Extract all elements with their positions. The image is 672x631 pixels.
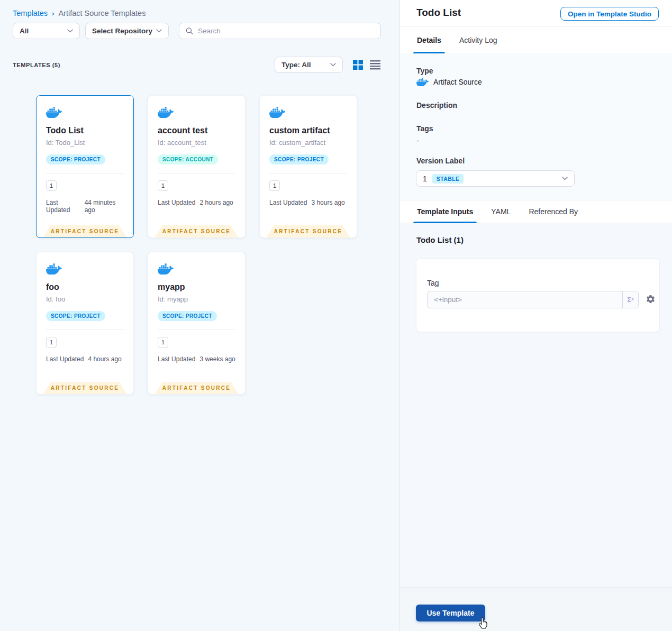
breadcrumb-templates-link[interactable]: Templates (13, 9, 48, 17)
artifact-source-ribbon: ARTIFACT SOURCE (155, 225, 239, 237)
inputs-section-title: Todo List (1) (416, 235, 464, 244)
template-card[interactable]: account test Id: account_test SCOPE: ACC… (148, 95, 246, 238)
version-count-chip: 1 (158, 180, 168, 191)
tab-yaml[interactable]: YAML (491, 200, 511, 223)
search-field[interactable] (179, 23, 381, 39)
tag-settings-button[interactable] (646, 294, 656, 304)
panel-tabbar: Details Activity Log (400, 26, 672, 53)
template-card-id: Id: foo (46, 295, 124, 303)
docker-whale-icon (46, 106, 62, 118)
card-divider (46, 330, 124, 330)
details-section: Type Artifact Source Description Tags - … (400, 54, 672, 200)
tag-input-field[interactable]: <+input> Σˣ (427, 291, 639, 308)
inputs-card: Tag <+input> Σˣ (416, 258, 660, 332)
list-view-icon (370, 60, 380, 70)
template-card-title: account test (158, 126, 235, 135)
template-card-id: Id: custom_artifact (269, 139, 347, 147)
scope-badge: SCOPE: PROJECT (158, 311, 217, 321)
card-divider (158, 173, 235, 173)
tag-label: Tag (427, 279, 439, 287)
template-card-title: custom artifact (269, 126, 347, 135)
version-count-chip: 1 (158, 337, 168, 347)
template-card[interactable]: Todo List Id: Todo_List SCOPE: PROJECT 1… (36, 95, 134, 238)
docker-whale-icon (46, 263, 62, 275)
tab-referenced-by[interactable]: Referenced By (528, 200, 578, 223)
scope-badge: SCOPE: ACCOUNT (158, 154, 218, 164)
panel-title: Todo List (416, 7, 461, 19)
scope-filter-dropdown[interactable]: All (13, 23, 80, 39)
panel-footer: Use Template (400, 587, 672, 631)
tags-value: - (416, 136, 419, 145)
artifact-source-ribbon: ARTIFACT SOURCE (43, 225, 127, 237)
scope-badge: SCOPE: PROJECT (269, 154, 329, 164)
template-card-title: foo (46, 282, 124, 292)
last-updated: Last Updated 44 minutes ago (46, 199, 124, 214)
template-card-title: Todo List (46, 126, 124, 135)
template-details-panel: Todo List Open in Template Studio Detail… (399, 0, 672, 631)
artifact-source-ribbon: ARTIFACT SOURCE (43, 382, 127, 394)
chevron-down-icon (156, 29, 162, 33)
version-select-dropdown[interactable]: 1 STABLE (416, 170, 575, 187)
type-value: Artifact Source (433, 78, 482, 86)
breadcrumb: Templates › Artifact Source Templates (13, 9, 146, 17)
artifact-source-ribbon: ARTIFACT SOURCE (267, 225, 350, 237)
repository-filter-value: Select Repository (92, 27, 152, 35)
template-card[interactable]: foo Id: foo SCOPE: PROJECT 1 Last Update… (36, 252, 134, 395)
scope-badge: SCOPE: PROJECT (46, 311, 105, 321)
template-card-id: Id: account_test (158, 139, 235, 147)
open-in-template-studio-button[interactable]: Open in Template Studio (560, 7, 659, 21)
last-updated-label: Last Updated (158, 199, 195, 206)
search-icon (186, 27, 193, 35)
docker-whale-icon (416, 77, 429, 86)
tags-label: Tags (416, 124, 433, 133)
version-label: Version Label (416, 157, 465, 165)
chevron-down-icon (67, 29, 73, 33)
tag-input-value: <+input> (428, 291, 622, 308)
grid-view-button[interactable] (353, 60, 363, 72)
template-card-title: myapp (158, 282, 235, 292)
scope-badge: SCOPE: PROJECT (46, 154, 105, 164)
chevron-down-icon (330, 63, 336, 67)
last-updated-value: 3 weeks ago (199, 355, 235, 363)
type-filter-dropdown[interactable]: Type: All (275, 57, 343, 73)
last-updated-label: Last Updated (46, 199, 80, 214)
templates-list-panel: Templates › Artifact Source Templates Al… (0, 0, 399, 631)
tab-details[interactable]: Details (416, 27, 442, 53)
last-updated-label: Last Updated (46, 355, 84, 363)
last-updated-value: 44 minutes ago (85, 199, 124, 214)
templates-count-label: TEMPLATES (5) (13, 62, 60, 68)
last-updated-value: 4 hours ago (88, 355, 121, 363)
chevron-down-icon (562, 177, 568, 180)
template-card-id: Id: Todo_List (46, 139, 124, 147)
use-template-button[interactable]: Use Template (416, 605, 485, 621)
repository-filter-dropdown[interactable]: Select Repository (85, 23, 169, 39)
expression-icon[interactable]: Σˣ (622, 291, 638, 308)
type-value-row: Artifact Source (416, 77, 482, 86)
last-updated: Last Updated 4 hours ago (46, 355, 124, 363)
description-label: Description (416, 101, 457, 109)
gear-icon (646, 294, 656, 304)
type-filter-value: Type: All (281, 61, 311, 69)
grid-view-icon (353, 60, 363, 70)
last-updated: Last Updated 2 hours ago (158, 199, 235, 206)
last-updated-label: Last Updated (158, 355, 195, 363)
last-updated-label: Last Updated (269, 199, 307, 206)
card-divider (158, 330, 235, 330)
type-label: Type (416, 67, 433, 75)
last-updated: Last Updated 3 hours ago (269, 199, 347, 206)
tab-activity-log[interactable]: Activity Log (459, 27, 498, 53)
template-card[interactable]: myapp Id: myapp SCOPE: PROJECT 1 Last Up… (148, 252, 246, 395)
breadcrumb-current-page: Artifact Source Templates (58, 9, 146, 17)
artifact-source-ribbon: ARTIFACT SOURCE (155, 382, 239, 394)
list-view-button[interactable] (370, 60, 380, 72)
card-divider (269, 173, 347, 173)
docker-whale-icon (158, 263, 174, 275)
docker-whale-icon (269, 106, 285, 118)
breadcrumb-separator-icon: › (52, 10, 54, 17)
search-input[interactable] (198, 27, 374, 35)
last-updated-value: 2 hours ago (199, 199, 233, 206)
tab-template-inputs[interactable]: Template Inputs (416, 200, 474, 223)
template-card[interactable]: custom artifact Id: custom_artifact SCOP… (259, 95, 357, 238)
template-inputs-section: Todo List (1) Tag <+input> Σˣ (400, 223, 672, 587)
panel-sub-tabbar: Template Inputs YAML Referenced By (400, 200, 672, 223)
